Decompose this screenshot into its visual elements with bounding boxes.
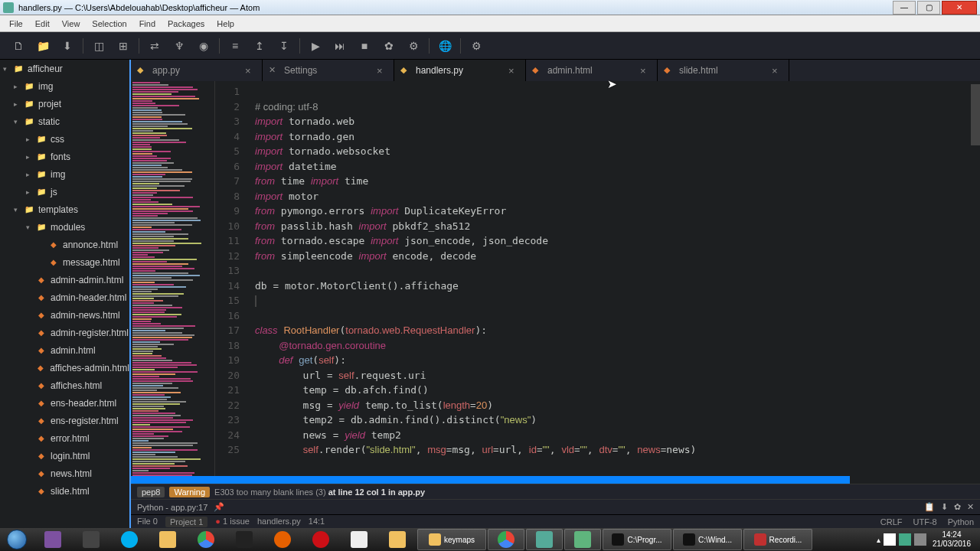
- tree-item[interactable]: ▸📁img: [0, 77, 129, 95]
- maximize-button[interactable]: ▢: [917, 1, 940, 15]
- tree-item[interactable]: ▸📁projet: [0, 95, 129, 112]
- tree-item[interactable]: ◆error.html: [0, 429, 129, 447]
- editor-tab[interactable]: ◆admin.html×: [526, 60, 658, 81]
- menu-view[interactable]: View: [56, 18, 87, 30]
- run-icon[interactable]: ▶: [303, 35, 328, 57]
- task-cmd1[interactable]: C:\Progr...: [603, 529, 671, 550]
- tree-item[interactable]: ◆message.html: [0, 253, 129, 271]
- editor-tab[interactable]: ◆handlers.py×: [394, 60, 526, 81]
- task-recorder[interactable]: Recordi...: [743, 529, 812, 550]
- toggle-icon[interactable]: ⇄: [142, 35, 167, 57]
- tree-item[interactable]: ◆admin-admin.html: [0, 271, 129, 289]
- split-icon[interactable]: ⊞: [111, 35, 136, 57]
- task-terminal[interactable]: [226, 529, 263, 550]
- pin-icon[interactable]: 📌: [214, 502, 224, 512]
- menu-help[interactable]: Help: [211, 18, 240, 30]
- tab-close-icon[interactable]: ×: [772, 65, 782, 77]
- terminal-label[interactable]: Python - app.py:17: [137, 503, 207, 512]
- task-chrome2[interactable]: [488, 529, 524, 550]
- menu-selection[interactable]: Selection: [86, 18, 132, 30]
- term-close-icon[interactable]: ✕: [967, 502, 974, 512]
- editor-tab[interactable]: ◆slide.html×: [658, 60, 789, 81]
- code-editor[interactable]: # coding: utf-8 import tornado.web impor…: [246, 81, 980, 476]
- menu-edit[interactable]: Edit: [29, 18, 56, 30]
- start-button[interactable]: [0, 528, 34, 551]
- menu-find[interactable]: Find: [133, 18, 162, 30]
- close-button[interactable]: ✕: [942, 1, 977, 15]
- menu-file[interactable]: File: [3, 18, 29, 30]
- tree-item[interactable]: ◆ens-header.html: [0, 394, 129, 412]
- tree-item[interactable]: ▾📁afficheur: [0, 60, 129, 77]
- task-firefox[interactable]: [264, 529, 301, 550]
- term-download-icon[interactable]: ⬇: [941, 502, 948, 512]
- save-icon[interactable]: ⬇: [55, 35, 80, 57]
- task-opera[interactable]: [302, 529, 339, 550]
- record-icon[interactable]: ◉: [191, 35, 216, 57]
- minimize-button[interactable]: —: [893, 1, 916, 15]
- tree-item[interactable]: ▸📁img: [0, 165, 129, 183]
- tree-item[interactable]: ▾📁static: [0, 112, 129, 130]
- vertical-scrollbar[interactable]: [971, 81, 980, 476]
- file-tree[interactable]: ▾📁afficheur▸📁img▸📁projet▾📁static▸📁css▸📁f…: [0, 60, 129, 528]
- dedent-icon[interactable]: ↧: [272, 35, 296, 57]
- tree-item[interactable]: ▸📁fonts: [0, 148, 129, 165]
- tree-item[interactable]: ▸📁js: [0, 183, 129, 201]
- task-chrome1[interactable]: [188, 529, 224, 550]
- gear-icon[interactable]: ⚙: [464, 35, 488, 57]
- indent-icon[interactable]: ≡: [223, 35, 247, 57]
- status-project[interactable]: Project 1: [165, 517, 207, 527]
- settings-icon[interactable]: ✿: [377, 35, 401, 57]
- stop-icon[interactable]: ■: [352, 35, 377, 57]
- tray-net-icon[interactable]: [899, 533, 911, 546]
- status-path[interactable]: handlers.py: [257, 517, 301, 527]
- editor-tab[interactable]: ◆app.py×: [131, 60, 263, 81]
- term-settings-icon[interactable]: ✿: [954, 502, 961, 512]
- system-tray[interactable]: ▴ 14:2421/03/2016: [872, 530, 980, 549]
- task-explorer[interactable]: [149, 529, 186, 550]
- tree-item[interactable]: ◆affiches-admin.html: [0, 359, 129, 377]
- tab-close-icon[interactable]: ×: [245, 65, 256, 77]
- tree-item[interactable]: ◆ens-register.html: [0, 412, 129, 429]
- task-keymaps[interactable]: keymaps: [417, 529, 486, 550]
- tab-close-icon[interactable]: ×: [640, 65, 651, 77]
- tree-item[interactable]: ▾📁templates: [0, 201, 129, 218]
- tree-item[interactable]: ◆affiches.html: [0, 377, 129, 394]
- config-icon[interactable]: ⚙: [401, 35, 426, 57]
- tree-item[interactable]: ◆admin-register.html: [0, 324, 129, 341]
- task-skype[interactable]: [111, 529, 148, 550]
- tree-icon[interactable]: ♆: [167, 35, 191, 57]
- task-app[interactable]: [73, 529, 109, 550]
- tray-flag-icon[interactable]: [884, 533, 896, 546]
- open-folder-icon[interactable]: 📁: [31, 35, 55, 57]
- term-copy-icon[interactable]: 📋: [924, 502, 935, 512]
- skip-icon[interactable]: ⏭: [328, 35, 352, 57]
- status-file[interactable]: File 0: [137, 517, 158, 527]
- minimap[interactable]: [131, 81, 215, 476]
- tree-item[interactable]: ◆annonce.html: [0, 236, 129, 253]
- tree-item[interactable]: ◆slide.html: [0, 482, 129, 500]
- outdent-icon[interactable]: ↥: [247, 35, 272, 57]
- task-app2[interactable]: [526, 529, 563, 550]
- status-eol[interactable]: CRLF: [880, 517, 903, 527]
- task-doc[interactable]: [341, 529, 377, 550]
- tree-item[interactable]: ◆news.html: [0, 465, 129, 482]
- tab-close-icon[interactable]: ×: [377, 65, 387, 77]
- panes-icon[interactable]: ◫: [87, 35, 111, 57]
- tab-close-icon[interactable]: ×: [508, 65, 519, 77]
- menu-packages[interactable]: Packages: [162, 18, 211, 30]
- tree-item[interactable]: ◆admin-header.html: [0, 289, 129, 306]
- new-file-icon[interactable]: 🗋: [6, 35, 31, 57]
- task-atom[interactable]: [564, 529, 601, 550]
- tree-item[interactable]: ◆admin-news.html: [0, 306, 129, 324]
- status-pos[interactable]: 14:1: [309, 517, 325, 527]
- editor-tab[interactable]: ✕Settings×: [263, 60, 394, 81]
- task-cmd2[interactable]: C:\Wind...: [673, 529, 742, 550]
- status-lang[interactable]: Python: [948, 517, 974, 527]
- tree-item[interactable]: ◆login.html: [0, 447, 129, 465]
- horizontal-scrollbar[interactable]: [131, 476, 850, 484]
- tree-item[interactable]: ◆admin.html: [0, 341, 129, 359]
- globe-icon[interactable]: 🌐: [433, 35, 457, 57]
- tray-vol-icon[interactable]: [914, 533, 926, 546]
- tree-item[interactable]: ▸📁css: [0, 130, 129, 148]
- taskbar-clock[interactable]: 14:2421/03/2016: [928, 530, 975, 549]
